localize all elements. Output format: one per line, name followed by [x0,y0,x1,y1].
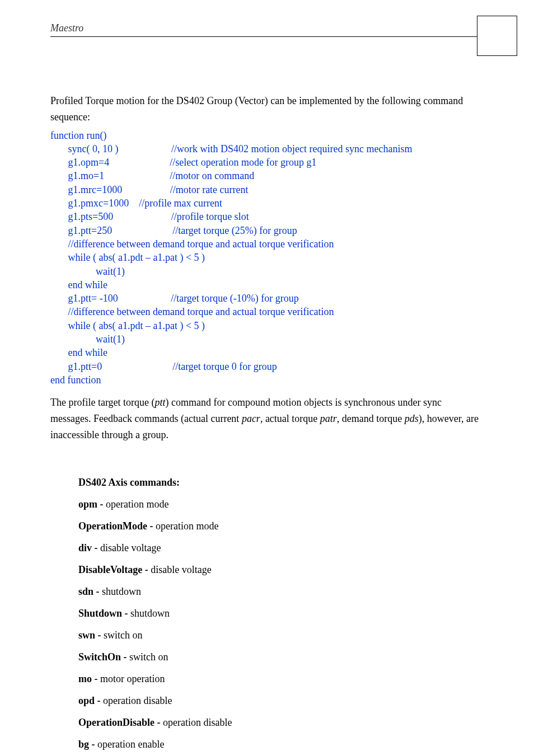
cmd-name: Shutdown - [78,608,128,619]
cmd-desc: operation enable [97,739,164,750]
cmd-item: SwitchOn - switch on [78,651,484,663]
cmd-name: opm - [78,499,104,510]
cmd-desc: operation mode [106,499,168,510]
para-i1: ptt [155,397,166,408]
cmd-name: DisableVoltage - [78,564,148,575]
cmd-item: opd - operation disable [78,695,484,707]
code-block: function run() sync( 0, 10 ) //work with… [50,129,484,387]
cmd-name: opd - [78,695,101,706]
para-t4: , demand torque [337,413,405,424]
cmd-desc: shutdown [102,586,141,597]
cmd-item: opm - operation mode [78,499,484,510]
command-list: DS402 Axis commands: opm - operation mod… [78,477,484,750]
cmd-item: div - disable voltage [78,542,484,554]
explanation-paragraph: The profile target torque (ptt) command … [50,395,484,443]
cmd-item: mo - motor operation [78,673,484,685]
cmd-desc: operation mode [156,520,218,532]
cmd-desc: disable voltage [100,542,161,553]
section-title: DS402 Axis commands: [78,477,484,489]
cmd-item: OperationMode - operation mode [78,520,484,532]
cmd-desc: operation disable [163,717,232,728]
cmd-item: swn - switch on [78,630,484,641]
cmd-item: bg - operation enable [78,739,484,750]
cmd-name: bg - [78,739,95,750]
cmd-desc: switch on [104,630,143,641]
para-t3: , actual torque [260,413,320,424]
page-header-title: Maestro [50,22,484,34]
para-i4: pds [405,413,419,424]
header-rule [50,36,484,37]
para-i3: patr [320,413,337,424]
cmd-name: swn - [78,630,101,641]
cmd-desc: switch on [129,651,168,663]
cmd-item: Shutdown - shutdown [78,608,484,619]
cmd-name: div - [78,542,98,553]
cmd-item: sdn - shutdown [78,586,484,598]
cmd-desc: motor operation [100,673,165,684]
cmd-desc: shutdown [130,608,170,619]
para-i2: pacr [242,413,260,424]
cmd-name: sdn - [78,586,100,597]
header-box [477,16,517,56]
para-t1: The profile target torque ( [50,397,155,408]
cmd-name: OperationDisable - [78,717,161,728]
cmd-item: OperationDisable - operation disable [78,717,484,729]
cmd-item: DisableVoltage - disable voltage [78,564,484,576]
cmd-name: OperationMode - [78,520,153,532]
cmd-desc: disable voltage [151,564,211,575]
intro-text: Profiled Torque motion for the DS402 Gro… [50,93,484,125]
cmd-name: mo - [78,673,98,684]
cmd-name: SwitchOn - [78,651,127,663]
cmd-desc: operation disable [103,695,172,706]
